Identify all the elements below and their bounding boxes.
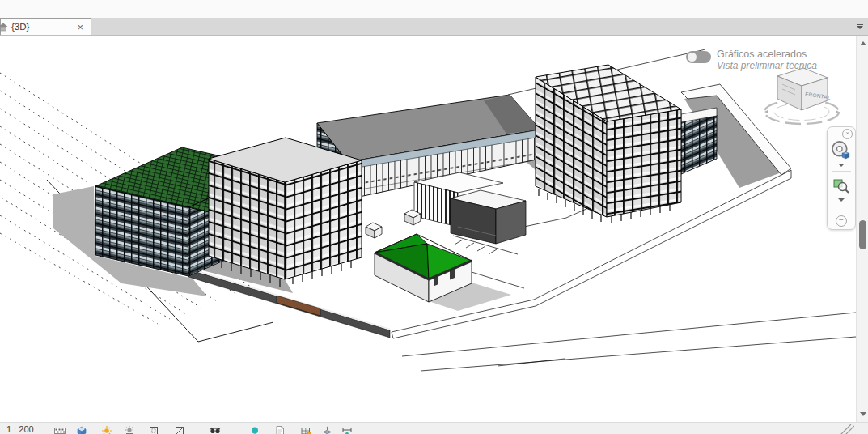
visual-style-icon[interactable] bbox=[76, 425, 87, 434]
show-analytical-model-icon[interactable] bbox=[300, 425, 311, 434]
scroll-up-button[interactable] bbox=[857, 37, 868, 49]
navigation-bar-collapse-icon[interactable]: − bbox=[836, 215, 847, 227]
wheel-options-dropdown-icon[interactable] bbox=[838, 164, 845, 167]
navigation-bar-close-icon[interactable]: × bbox=[842, 129, 853, 139]
view-3d-icon bbox=[0, 22, 8, 32]
resize-grip[interactable] bbox=[838, 424, 854, 434]
tab-close-icon[interactable]: × bbox=[74, 22, 86, 32]
building-right-glass-strip bbox=[681, 115, 717, 174]
tower-frame-center bbox=[209, 138, 362, 287]
shadows-icon[interactable] bbox=[124, 425, 135, 434]
full-navigation-wheel-button[interactable] bbox=[830, 139, 853, 162]
viewcube-cube bbox=[777, 68, 828, 110]
reveal-hidden-elements-icon[interactable] bbox=[249, 425, 260, 434]
scrollbar-thumb[interactable] bbox=[859, 220, 866, 249]
zoom-options-dropdown-icon[interactable] bbox=[838, 198, 845, 202]
zoom-region-button[interactable] bbox=[830, 174, 853, 197]
navigation-bar: × − bbox=[827, 126, 856, 230]
temporary-view-properties-icon[interactable] bbox=[274, 425, 286, 434]
highlight-displacement-sets-icon[interactable] bbox=[322, 425, 333, 434]
scale-control[interactable]: 1 : 200 bbox=[6, 424, 44, 434]
drawing-canvas[interactable]: Gráficos acelerados Vista preliminar téc… bbox=[0, 36, 856, 422]
sun-path-icon[interactable] bbox=[101, 425, 112, 434]
utility-boxes bbox=[366, 210, 421, 238]
model-3d-view bbox=[0, 36, 856, 422]
toggle-knob bbox=[688, 53, 697, 62]
detail-level-icon[interactable] bbox=[54, 425, 66, 434]
tab-list-dropdown-icon[interactable] bbox=[853, 20, 866, 33]
show-crop-region-icon[interactable] bbox=[148, 425, 159, 434]
tower-frame-right bbox=[536, 65, 681, 223]
view-control-bar: 1 : 200 bbox=[0, 422, 868, 434]
accelerated-graphics-toggle[interactable] bbox=[686, 51, 711, 63]
view-tab-bar: {3D} × bbox=[0, 18, 868, 36]
view-tab-3d[interactable]: {3D} × bbox=[0, 18, 91, 35]
navigation-bar-divider bbox=[832, 171, 851, 172]
steering-wheel-icon bbox=[831, 140, 852, 161]
zoom-region-icon bbox=[832, 176, 851, 195]
crop-view-icon[interactable] bbox=[174, 425, 185, 434]
scroll-down-button[interactable] bbox=[857, 408, 868, 420]
temporary-hide-isolate-icon[interactable] bbox=[210, 425, 221, 434]
vertical-scrollbar[interactable] bbox=[856, 36, 868, 422]
courtyard-walls bbox=[414, 172, 526, 244]
reveal-constraints-icon[interactable] bbox=[341, 425, 353, 434]
window-top-strip bbox=[0, 0, 868, 18]
tab-label: {3D} bbox=[11, 22, 74, 32]
